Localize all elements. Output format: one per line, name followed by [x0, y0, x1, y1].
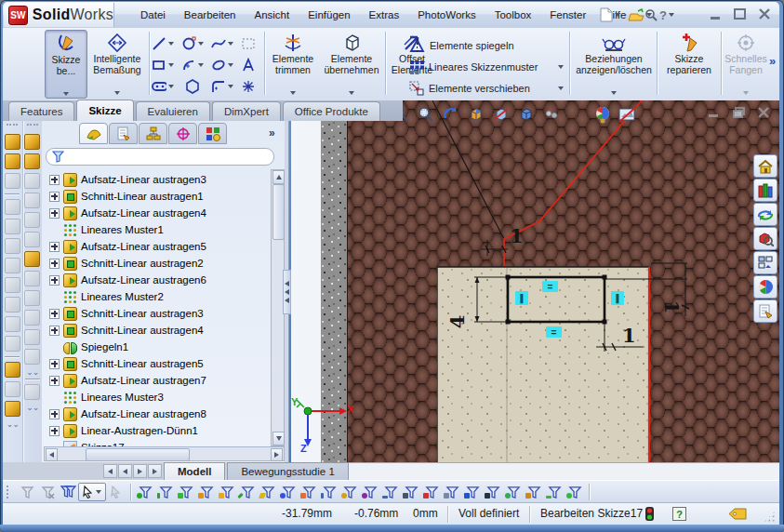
text-tool-icon[interactable] [237, 54, 259, 75]
tree-horizontal-scrollbar[interactable] [44, 446, 285, 461]
displaymanager-tab[interactable] [198, 123, 227, 144]
expand-icon[interactable] [49, 192, 60, 202]
view-cube-icon[interactable] [24, 384, 40, 400]
quick-tips-icon[interactable]: ? [672, 507, 686, 521]
viewport-restore-button[interactable] [731, 105, 746, 118]
new-document-button[interactable] [598, 7, 622, 23]
filter-edges-icon[interactable] [155, 483, 176, 501]
section-view-icon[interactable] [492, 105, 511, 124]
search-results-icon[interactable] [753, 227, 777, 250]
minimize-button[interactable] [708, 7, 724, 20]
filter-datums-icon[interactable] [544, 483, 565, 501]
toolbar-overflow-chevron[interactable]: » [769, 54, 776, 68]
filter-center-marks-icon[interactable] [360, 483, 380, 501]
viewport-minimize-button[interactable] [706, 105, 721, 118]
filter-midpoints-icon[interactable] [339, 483, 360, 501]
expand-icon[interactable] [49, 275, 60, 286]
expand-icon[interactable] [49, 426, 60, 436]
expand-icon[interactable] [49, 359, 60, 369]
tree-item[interactable]: Aufsatz-Linear austragen6 [44, 272, 271, 288]
hem-tool-icon[interactable] [24, 173, 40, 189]
next-tab-button[interactable] [133, 464, 147, 478]
panel-overflow-chevron[interactable]: » [269, 126, 275, 140]
equal-constraint-badge[interactable]: = [546, 326, 562, 338]
first-tab-button[interactable] [103, 464, 117, 478]
polygon-tool-icon[interactable] [181, 75, 204, 97]
corner-trim-icon[interactable] [24, 349, 40, 365]
filter-sketches-icon[interactable] [299, 483, 319, 501]
tree-item[interactable]: Schnitt-Linear austragen3 [44, 305, 271, 322]
filter-notes-icon[interactable] [483, 483, 503, 501]
menu-photoworks[interactable]: PhotoWorks [408, 7, 485, 22]
scroll-left-arrow[interactable] [46, 448, 58, 461]
home-resources-icon[interactable] [753, 154, 777, 178]
toolbar-more-chevron[interactable]: ⌄⌄ [7, 420, 19, 428]
spline-tool-icon[interactable] [211, 33, 233, 54]
forming-tool-icon[interactable] [24, 232, 40, 247]
tree-item[interactable]: Lineares Muster3 [44, 389, 271, 406]
mirror-entities-button[interactable]: Elemente spiegeln [409, 35, 565, 55]
filter-vertices-icon[interactable] [135, 483, 155, 501]
tree-item[interactable]: Spiegeln1 [44, 339, 271, 355]
filter-centerline-icon[interactable] [380, 483, 401, 501]
extruded-boss-icon[interactable] [5, 134, 20, 150]
trim-entities-button[interactable]: Elemente trimmen [267, 30, 319, 97]
display-relations-button[interactable]: Beziehungen anzeigen/löschen [572, 30, 656, 97]
move-entities-button[interactable]: Elemente verschieben [409, 78, 565, 98]
cut-extrude-icon[interactable] [5, 362, 20, 378]
shadow-toggle-icon[interactable] [542, 105, 561, 124]
repair-sketch-button[interactable]: Skizze reparieren [659, 30, 719, 97]
miter-flange-icon[interactable] [24, 290, 40, 306]
tree-item[interactable]: Skizze17 [44, 439, 271, 446]
tree-item[interactable]: Lineares Muster2 [44, 288, 271, 305]
last-tab-button[interactable] [148, 464, 162, 478]
menu-bearbeiten[interactable]: Bearbeiten [175, 7, 246, 22]
scrollbar-thumb[interactable] [272, 184, 285, 240]
propertymanager-tab[interactable] [109, 123, 138, 144]
filter-annotations-icon[interactable] [421, 483, 442, 501]
parallel-constraint-badge[interactable]: ∥ [611, 291, 624, 305]
zoom-area-icon[interactable] [417, 105, 435, 124]
tree-item[interactable]: Schnitt-Linear austragen5 [44, 355, 271, 372]
slot-tool-icon[interactable] [152, 75, 174, 97]
filter-sketch-points-icon[interactable] [278, 483, 299, 501]
clear-filters-icon[interactable] [37, 483, 58, 501]
file-explorer-icon[interactable] [753, 203, 777, 226]
filter-toggle-icon[interactable] [17, 483, 37, 501]
fillet-feature-icon[interactable] [5, 238, 20, 254]
expand-icon[interactable] [49, 175, 60, 185]
expand-icon[interactable] [49, 309, 60, 319]
filter-planes-icon[interactable] [258, 483, 278, 501]
display-style-icon[interactable] [517, 105, 536, 124]
rebuild-traffic-light-icon[interactable] [644, 506, 655, 522]
tab-features[interactable]: Features [8, 101, 74, 121]
tab-office-produkte[interactable]: Office Produkte [283, 101, 380, 121]
rectangle-tool-icon[interactable] [152, 54, 174, 75]
menu-toolbox[interactable]: Toolbox [485, 7, 541, 22]
configurationmanager-tab[interactable] [139, 123, 167, 144]
boundary-boss-icon[interactable] [5, 219, 20, 234]
scrollbar-thumb[interactable] [86, 448, 190, 461]
apply-scene-icon[interactable] [618, 105, 637, 124]
shell-feature-icon[interactable] [5, 297, 20, 313]
expand-icon[interactable] [49, 208, 60, 219]
revolved-boss-icon[interactable] [5, 153, 20, 169]
menu-einfuegen[interactable]: Einfügen [299, 7, 359, 22]
filter-hatch-icon[interactable] [442, 483, 462, 501]
tab-dimxpert[interactable]: DimXpert [212, 101, 281, 121]
toolbar-more-chevron[interactable]: ⌄⌄ [26, 404, 38, 411]
filter-sket-segments-icon[interactable] [319, 483, 339, 501]
tree-item[interactable]: Aufsatz-Linear austragen5 [44, 238, 271, 255]
select-all-filters-icon[interactable] [58, 483, 78, 501]
circle-tool-icon[interactable] [181, 33, 204, 54]
draft-feature-icon[interactable] [5, 277, 20, 293]
unfold-tool-icon[interactable] [24, 310, 40, 326]
tree-item[interactable]: Aufsatz-Linear austragen3 [44, 171, 271, 188]
linear-sketch-pattern-button[interactable]: Lineares Skizzenmuster [409, 57, 565, 76]
sheetmetal-bend-icon[interactable] [24, 153, 40, 169]
dimension-height[interactable]: 4 [448, 315, 467, 329]
tree-item[interactable]: Lineares Muster1 [44, 221, 271, 238]
dimension-far-right[interactable]: 1 [662, 300, 681, 314]
expand-icon[interactable] [49, 259, 60, 269]
toolbar-grip[interactable] [7, 124, 18, 129]
